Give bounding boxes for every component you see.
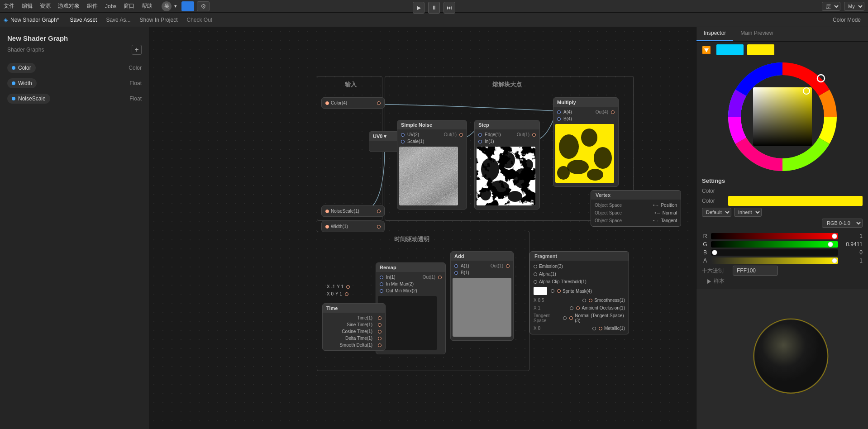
cloud-button[interactable]	[181, 1, 194, 11]
node-fragment[interactable]: Fragment Emission(3) Alpha(1) Alpha Clip…	[529, 251, 629, 334]
menu-item-help[interactable]: 帮助	[142, 2, 153, 10]
mode-dropdown[interactable]: RGB 0-1.0 RGB 0-255 HSV	[822, 219, 863, 228]
layout-dropdown[interactable]: My	[844, 2, 864, 11]
port-dot	[378, 337, 382, 340]
port-dot	[551, 289, 554, 293]
slider-g-row: G 0.9411	[702, 241, 863, 248]
svg-point-11	[559, 134, 579, 159]
menu-item-file[interactable]: 文件	[4, 2, 14, 10]
save-asset-button[interactable]: Save Asset	[66, 15, 100, 24]
slider-r-thumb[interactable]	[832, 234, 837, 239]
port-uv-in: UV(2) Out(1)	[397, 131, 467, 138]
check-out-button[interactable]: Check Out	[183, 15, 216, 24]
tab-inspector[interactable]: Inspector	[696, 27, 733, 41]
settings-button[interactable]: ⚙	[197, 1, 210, 11]
inherit-dropdown[interactable]: Inherit	[734, 208, 762, 217]
port-dot-outminmax	[380, 289, 383, 293]
layer-dropdown[interactable]: 层	[822, 2, 840, 11]
width-property-pill[interactable]: Width	[7, 78, 37, 88]
node-simplenoise-header: Simple Noise	[397, 120, 467, 129]
fragment-sprite-mask: Sprite Mask(4)	[530, 286, 629, 296]
sample-section[interactable]: 样本	[702, 276, 863, 287]
step-preview	[477, 147, 535, 205]
save-as-button[interactable]: Save As...	[102, 15, 134, 24]
color-property-pill[interactable]: Color	[7, 63, 36, 73]
noisescale-property-pill[interactable]: NoiseScale	[7, 94, 50, 104]
section-dissolve-label: 熔解块大点	[439, 81, 575, 89]
section-input-label: 输入	[324, 81, 378, 89]
swatch-cyan[interactable]	[716, 44, 744, 55]
slider-b-thumb[interactable]	[712, 250, 717, 255]
color-wheel-svg	[724, 58, 841, 176]
node-color4[interactable]: Color(4)	[321, 97, 385, 109]
slider-g-thumb[interactable]	[828, 242, 833, 247]
width-name: Width	[18, 80, 32, 86]
node-multiply[interactable]: Multiply A(4) Out(4) B(4)	[553, 97, 619, 187]
node-step[interactable]: Step Edge(1) Out(1) In(1)	[474, 120, 540, 210]
node-width[interactable]: Width(1)	[321, 221, 385, 232]
node-noisescale[interactable]: NoiseScale(1)	[321, 205, 385, 217]
port-dot-scale	[401, 140, 405, 143]
port-delta-time: Delta Time(1)	[323, 335, 385, 342]
hex-input[interactable]	[733, 266, 778, 276]
show-in-project-button[interactable]: Show In Project	[136, 15, 181, 24]
node-remap-header: Remap	[376, 263, 445, 272]
avatar[interactable]: 吴	[162, 1, 172, 11]
port-dot	[592, 327, 596, 330]
port-dot-a	[454, 264, 458, 268]
menu-item-component[interactable]: 组件	[87, 2, 98, 10]
port-dot	[325, 101, 329, 105]
menu-item-window[interactable]: 窗口	[124, 2, 134, 10]
step-svg	[477, 147, 535, 205]
step-button[interactable]: ⏭	[444, 2, 455, 14]
shader-graph-name: New Shader Graph	[0, 27, 149, 44]
default-dropdown[interactable]: Default	[702, 208, 731, 217]
port-in-min-max: In Min Max(2)	[376, 281, 445, 287]
menu-item-assets[interactable]: 资源	[40, 2, 51, 10]
port-b1-add: B(1)	[451, 269, 513, 276]
menu-item-jobs[interactable]: Jobs	[105, 3, 116, 10]
right-panel: Inspector Main Preview 🔽	[696, 27, 868, 429]
color-swatch-display[interactable]	[728, 196, 863, 206]
add-property-button[interactable]: +	[132, 45, 142, 55]
preview-area	[696, 289, 868, 429]
node-add[interactable]: Add A(1) Out(1) B(1)	[450, 251, 514, 341]
slider-g-track[interactable]	[711, 241, 838, 248]
playback-controls: ▶ ⏸ ⏭	[413, 2, 455, 14]
tab-main-preview[interactable]: Main Preview	[733, 27, 780, 41]
slider-a-thumb[interactable]	[832, 258, 837, 263]
port-in: In(1)	[475, 138, 539, 145]
port-time1: Time(1)	[323, 315, 385, 321]
color-mode-button[interactable]: Color Mode	[829, 15, 864, 24]
node-vertex[interactable]: Vertex Object Space •→ Position Object S…	[591, 190, 681, 227]
port-dot-out	[377, 225, 381, 229]
node-simple-noise[interactable]: Simple Noise UV(2) Out(1) Scale(1)	[397, 120, 467, 210]
menu-item-gameobject[interactable]: 游戏对象	[58, 2, 80, 10]
svg-point-7	[480, 188, 491, 200]
svg-point-14	[567, 160, 589, 174]
eyedropper-button[interactable]: 🔽	[700, 43, 713, 56]
fragment-emission: Emission(3)	[530, 262, 629, 270]
color-field-label-row: Color	[702, 188, 863, 194]
slider-r-label: R	[702, 233, 708, 239]
svg-point-9	[524, 159, 533, 170]
menu-item-edit[interactable]: 编辑	[22, 2, 33, 10]
node-vertex-header: Vertex	[591, 191, 681, 200]
graph-area[interactable]: 输入 熔解块大点 时间驱动透明 Color(4) NoiseSca	[149, 27, 696, 429]
slider-r-row: R 1	[702, 233, 863, 239]
pause-button[interactable]: ⏸	[428, 2, 440, 14]
port-dot-out	[589, 299, 592, 302]
fragment-smoothness: X 0.5 Smoothness(1)	[530, 296, 629, 304]
node-time[interactable]: Time Time(1) Sine Time(1) Cosine Time(1)…	[322, 303, 386, 351]
slider-a-track[interactable]	[711, 257, 838, 264]
node-remap[interactable]: Remap In(1) Out(1) In Min Max(2) Out Min…	[376, 262, 446, 354]
swatch-yellow[interactable]	[747, 44, 774, 55]
vertex-normal: Object Space •→ Normal	[591, 209, 681, 217]
port-dot	[345, 292, 348, 296]
port-dot-out	[557, 289, 561, 293]
color-wheel[interactable]	[724, 58, 841, 176]
slider-b-track[interactable]	[711, 249, 838, 256]
slider-r-track[interactable]	[711, 233, 838, 239]
slider-g-label: G	[702, 241, 708, 248]
play-button[interactable]: ▶	[413, 2, 424, 14]
